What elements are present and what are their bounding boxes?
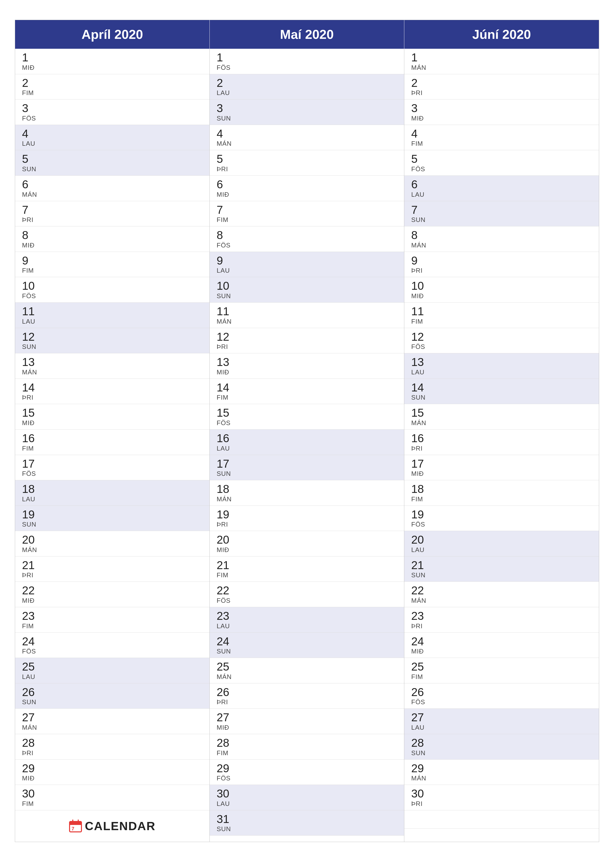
day-row: 4FIM [404,125,599,150]
day-row: 16LAU [210,429,404,455]
day-number: 22 [22,584,202,597]
day-number: 21 [411,559,592,572]
day-row: 12FÖS [404,328,599,353]
day-row: 23ÞRI [404,607,599,633]
day-number: 22 [411,584,592,597]
day-name: FÖS [217,419,397,427]
day-name: LAU [411,191,592,198]
day-number: 15 [22,406,202,419]
day-number: 26 [217,686,397,699]
day-row: 22MÁN [404,582,599,607]
day-number: 8 [217,229,397,242]
day-row: 30FIM [15,785,210,811]
day-number: 17 [411,457,592,470]
day-name: ÞRI [411,89,592,97]
day-name: FIM [411,318,592,326]
day-row: 8FÖS [210,226,404,252]
day-number: 23 [22,610,202,622]
day-number: 3 [411,102,592,115]
day-row: 11FIM [404,302,599,328]
day-name: SUN [217,292,397,300]
day-row: 30ÞRI [404,785,599,811]
day-number: 5 [22,153,202,165]
day-name: MIÐ [217,369,397,376]
day-number: 28 [217,736,397,749]
day-name: FÖS [411,165,592,173]
day-number: 5 [217,153,397,165]
day-number: 8 [411,229,592,242]
day-row: 25LAU [15,658,210,684]
day-number: 19 [22,508,202,521]
day-name: FÖS [411,343,592,350]
day-number: 21 [217,559,397,572]
day-number: 11 [217,305,397,318]
day-name: ÞRI [217,343,397,350]
svg-text:7: 7 [72,826,74,831]
day-name: FIM [22,267,202,274]
day-number: 6 [217,178,397,191]
day-row: 4LAU [15,125,210,150]
day-number: 12 [411,330,592,343]
day-row: 29FÖS [210,760,404,785]
day-number: 25 [411,660,592,673]
day-row: 24MIÐ [404,633,599,658]
day-name: FÖS [22,115,202,122]
day-row: 30LAU [210,785,404,811]
day-row: 2FIM [15,74,210,100]
day-row: 12ÞRI [210,328,404,353]
day-row: 16FIM [15,429,210,455]
day-number: 30 [217,787,397,800]
day-number: 7 [411,204,592,216]
day-number: 11 [22,305,202,318]
day-number: 20 [217,533,397,546]
day-number: 13 [22,356,202,369]
day-name: FÖS [217,64,397,71]
day-name: LAU [411,369,592,376]
day-name: SUN [411,216,592,224]
day-number: 10 [411,280,592,292]
day-name: FIM [22,622,202,630]
day-number: 6 [411,178,592,191]
day-name: ÞRI [411,800,592,808]
day-number: 2 [22,77,202,89]
day-name: MÁN [411,419,592,427]
day-name: SUN [411,749,592,757]
day-row: 1MIÐ [15,49,210,74]
day-number: 17 [22,457,202,470]
day-number: 24 [217,635,397,648]
day-number: 16 [217,432,397,445]
day-name: LAU [217,445,397,452]
day-number: 20 [411,533,592,546]
day-name: MIÐ [217,724,397,732]
day-name: ÞRI [22,394,202,401]
day-row: 11LAU [15,302,210,328]
day-name: MIÐ [217,191,397,198]
day-row: 26FÖS [404,684,599,709]
day-row: 13MÁN [15,353,210,379]
day-name: MÁN [217,318,397,326]
svg-rect-2 [70,822,81,825]
day-row: 25FIM [404,658,599,684]
day-number: 26 [22,686,202,699]
day-name: SUN [217,470,397,477]
day-row: 18LAU [15,480,210,506]
day-name: SUN [411,394,592,401]
day-row: 10FÖS [15,277,210,302]
day-name: FÖS [217,597,397,604]
day-name: MÁN [22,546,202,554]
day-name: MÁN [22,724,202,732]
day-name: FÖS [22,292,202,300]
day-name: ÞRI [411,622,592,630]
day-row: 17SUN [210,455,404,480]
day-row: 9LAU [210,252,404,277]
day-number: 3 [217,102,397,115]
day-row: 15MIÐ [15,404,210,429]
day-number: 12 [217,330,397,343]
day-row: 14ÞRI [15,379,210,404]
day-row: 6LAU [404,176,599,201]
day-row: 12SUN [15,328,210,353]
day-number: 9 [22,254,202,267]
day-row: 5ÞRI [210,150,404,176]
day-number: 18 [217,483,397,495]
day-number: 1 [217,51,397,64]
